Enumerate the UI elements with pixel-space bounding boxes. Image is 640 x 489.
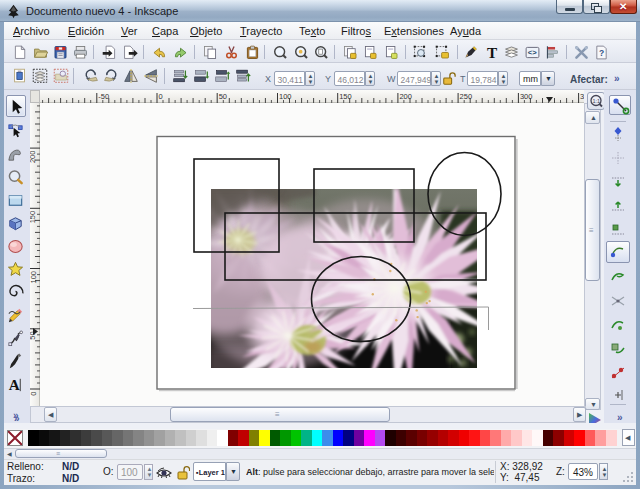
- svg-text:200: 200: [30, 151, 38, 164]
- svg-text:<>: <>: [528, 48, 537, 57]
- svg-text:150: 150: [30, 211, 38, 224]
- svg-text:?: ?: [599, 48, 604, 58]
- svg-text:T: T: [487, 44, 497, 61]
- svg-text:100: 100: [30, 271, 38, 284]
- svg-text:50: 50: [219, 92, 227, 101]
- svg-text:350: 350: [580, 92, 584, 101]
- svg-text:A: A: [9, 376, 20, 393]
- svg-text:0: 0: [30, 392, 38, 396]
- svg-text:1:1: 1:1: [593, 98, 601, 104]
- svg-text:0: 0: [159, 92, 163, 101]
- svg-text:-50: -50: [98, 92, 109, 101]
